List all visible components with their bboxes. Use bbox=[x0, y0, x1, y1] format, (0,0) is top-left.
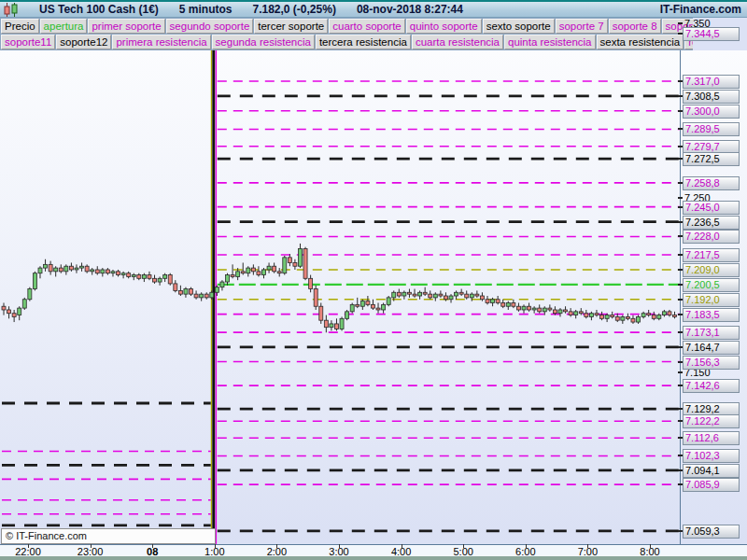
time-axis bbox=[0, 545, 747, 556]
candle-body bbox=[241, 272, 245, 273]
candle-body bbox=[273, 266, 276, 272]
candle-body bbox=[641, 314, 645, 317]
candle-body bbox=[298, 249, 302, 267]
candle-body bbox=[402, 292, 406, 296]
candle-body bbox=[532, 308, 536, 310]
indicator-label-primera-resistencia[interactable]: primera resistencia bbox=[112, 35, 210, 49]
quote-header-bar: US Tech 100 Cash (1€) 5 minutos 7.182,0 … bbox=[0, 0, 747, 18]
candle-body bbox=[439, 294, 443, 296]
trading-chart-window: US Tech 100 Cash (1€) 5 minutos 7.182,0 … bbox=[0, 0, 747, 560]
candle-body bbox=[657, 315, 661, 319]
candlestick-icon bbox=[4, 3, 19, 17]
candle-body bbox=[418, 292, 422, 296]
candle-body bbox=[44, 264, 48, 268]
candle-body bbox=[247, 268, 250, 273]
candle-body bbox=[121, 273, 125, 275]
candle-body bbox=[491, 300, 495, 303]
indicator-label-primer-soporte[interactable]: primer soporte bbox=[88, 19, 164, 34]
candle-body bbox=[615, 316, 619, 320]
indicator-label-sexta-resistencia[interactable]: sexta resistencia bbox=[597, 35, 684, 49]
candle-body bbox=[314, 289, 317, 307]
candle-body bbox=[611, 315, 614, 317]
indicator-label-cuarta-resistencia[interactable]: cuarta resistencia bbox=[412, 35, 503, 49]
indicator-label-soporte9[interactable]: soporte9 bbox=[662, 19, 693, 34]
indicator-label-soporte-8[interactable]: soporte 8 bbox=[609, 19, 661, 34]
candle-body bbox=[153, 278, 157, 282]
candle-body bbox=[350, 304, 354, 311]
candle-body bbox=[142, 275, 146, 279]
indicator-label-soporte11[interactable]: soporte11 bbox=[1, 35, 55, 49]
indicator-label-precio[interactable]: Precio bbox=[1, 19, 39, 34]
candle-body bbox=[673, 315, 677, 317]
candle-body bbox=[382, 304, 386, 310]
candle-body bbox=[548, 308, 552, 310]
chart-plot-area[interactable] bbox=[0, 50, 682, 544]
indicator-label-segundo-soporte[interactable]: segundo soporte bbox=[166, 19, 254, 34]
candle-body bbox=[277, 272, 281, 273]
time-axis-label: 2:00 bbox=[267, 546, 287, 557]
candle-body bbox=[392, 292, 396, 298]
candle-body bbox=[174, 284, 177, 290]
candle-body bbox=[528, 306, 531, 310]
candle-body bbox=[595, 314, 599, 315]
indicator-label-resistencia7[interactable]: resistencia7 bbox=[684, 35, 693, 49]
candle-body bbox=[506, 302, 510, 306]
candle-body bbox=[522, 306, 526, 310]
indicator-label-sexto-soporte[interactable]: sexto soporte bbox=[483, 19, 555, 34]
candle-body bbox=[69, 266, 73, 270]
candle-body bbox=[22, 300, 26, 308]
last-quote: 7.182,0 (-0,25%) bbox=[253, 3, 336, 16]
indicator-label-quinto-soporte[interactable]: quinto soporte bbox=[406, 19, 482, 34]
indicator-label-quinta-resistencia[interactable]: quinta resistencia bbox=[504, 35, 596, 49]
candle-body bbox=[376, 308, 380, 310]
candle-body bbox=[158, 278, 162, 282]
candle-body bbox=[475, 294, 479, 296]
candle-body bbox=[38, 268, 42, 273]
candle-body bbox=[127, 273, 131, 277]
candle-body bbox=[163, 275, 167, 279]
candle-body bbox=[54, 268, 58, 272]
candle-body bbox=[148, 275, 151, 279]
candle-body bbox=[251, 268, 255, 272]
indicator-label-segunda-resistencia[interactable]: segunda resistencia bbox=[212, 35, 315, 49]
candle-body bbox=[12, 314, 16, 317]
candle-body bbox=[356, 304, 359, 306]
datetime-label: 08-nov-2018 8:27:44 bbox=[357, 3, 463, 16]
candle-body bbox=[7, 310, 11, 314]
candle-body bbox=[397, 292, 401, 296]
candle-body bbox=[637, 316, 641, 322]
indicator-label-soporte-7[interactable]: soporte 7 bbox=[556, 19, 608, 34]
candle-body bbox=[647, 314, 651, 315]
candle-body bbox=[262, 270, 266, 275]
candle-body bbox=[626, 316, 629, 318]
candle-body bbox=[423, 292, 427, 294]
time-axis-label: 22:00 bbox=[15, 546, 41, 557]
candle-body bbox=[210, 292, 214, 298]
candle-body bbox=[668, 312, 671, 315]
candle-body bbox=[2, 306, 6, 310]
candle-body bbox=[605, 315, 609, 319]
candle-body bbox=[226, 275, 230, 282]
candle-body bbox=[407, 292, 411, 294]
time-axis-label: 23:00 bbox=[78, 546, 104, 557]
time-axis-label: 4:00 bbox=[391, 546, 411, 557]
candle-body bbox=[184, 289, 188, 295]
candle-body bbox=[18, 308, 21, 315]
indicator-label-tercera-resistencia[interactable]: tercera resistencia bbox=[316, 35, 411, 49]
candle-body bbox=[190, 289, 193, 295]
candle-body bbox=[600, 315, 604, 319]
candle-body bbox=[85, 266, 89, 272]
candle-body bbox=[444, 296, 447, 300]
indicator-label-tercer-soporte[interactable]: tercer soporte bbox=[254, 19, 328, 34]
candle-body bbox=[106, 270, 109, 273]
indicator-label-soporte12[interactable]: soporte12 bbox=[56, 35, 111, 49]
brand-label: IT-Finance.com bbox=[660, 3, 741, 16]
candle-body bbox=[345, 312, 349, 318]
time-axis-label: 5:00 bbox=[453, 546, 472, 557]
candle-body bbox=[366, 301, 370, 305]
candle-body bbox=[387, 298, 390, 304]
candle-body bbox=[360, 301, 364, 307]
indicator-label-apertura[interactable]: apertura bbox=[40, 19, 88, 34]
indicator-label-cuarto-soporte[interactable]: cuarto soporte bbox=[329, 19, 405, 34]
watermark-box: © IT-Finance.com bbox=[1, 528, 216, 544]
